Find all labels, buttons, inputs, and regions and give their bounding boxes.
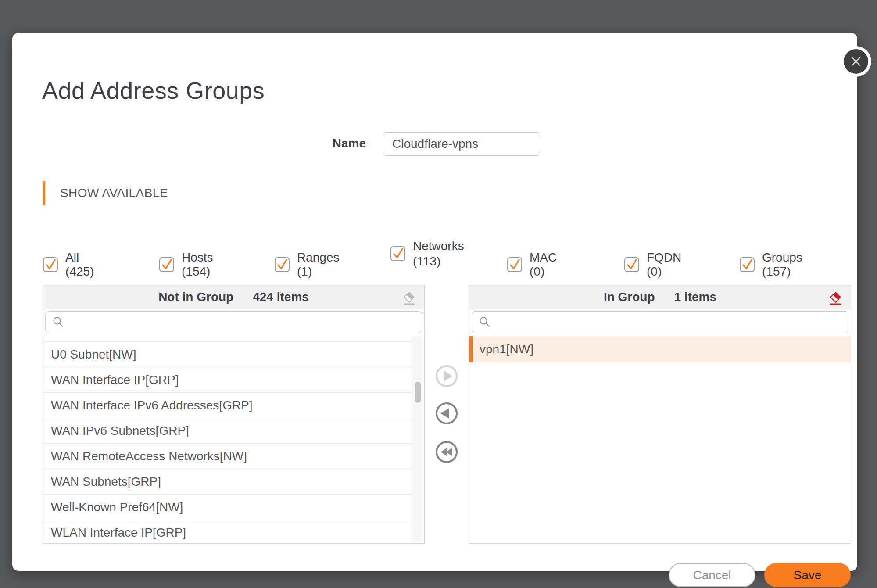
section-accent-bar <box>43 181 45 205</box>
close-button[interactable] <box>844 49 868 74</box>
in-group-list: vpn1[NW] <box>469 336 851 543</box>
scrollbar-track <box>412 336 424 543</box>
in-group-searchbar <box>472 311 848 333</box>
show-available-section: SHOW AVAILABLE <box>43 181 168 205</box>
panel-count: 1 items <box>674 290 717 304</box>
move-all-left-button[interactable] <box>435 441 458 463</box>
save-button[interactable]: Save <box>764 563 851 587</box>
checkbox-checked[interactable] <box>740 257 755 272</box>
not-in-group-list: U0 Subnet[NW] WAN Interface IP[GRP] WAN … <box>43 336 412 543</box>
clear-group-button[interactable] <box>828 290 844 305</box>
name-input[interactable] <box>383 132 540 156</box>
filter-label: Ranges (1) <box>297 251 340 279</box>
type-filter-checkbox-item: FQDN (0) <box>624 251 681 279</box>
type-filter-checkbox-item: All (425) <box>43 251 94 279</box>
type-filter-checkbox-item: MAC (0) <box>507 251 557 279</box>
type-filter-checkbox-item: Networks (113) <box>390 238 474 269</box>
page-title: Add Address Groups <box>42 77 265 104</box>
screen-overlay: Add Address Groups Name SHOW AVAILABLE A… <box>0 0 877 588</box>
search-icon <box>52 316 65 329</box>
filter-label: All (425) <box>65 251 94 279</box>
checkbox-checked[interactable] <box>507 257 522 272</box>
filter-label: Networks (113) <box>413 238 474 269</box>
move-right-button[interactable] <box>435 365 458 387</box>
close-icon <box>850 56 862 67</box>
move-left-button[interactable] <box>435 402 458 425</box>
list-item[interactable]: WAN Interface IP[GRP] <box>43 367 412 392</box>
filter-label: FQDN (0) <box>647 251 681 279</box>
section-label: SHOW AVAILABLE <box>60 186 168 205</box>
filter-label: Groups (157) <box>762 251 802 279</box>
list-item[interactable]: WAN Interface IPv6 Addresses[GRP] <box>43 392 412 418</box>
eraser-icon-red <box>828 290 844 305</box>
type-filter-checkbox-item: Ranges (1) <box>275 251 340 279</box>
checkbox-checked[interactable] <box>275 257 290 272</box>
not-in-group-search-input[interactable] <box>65 312 422 333</box>
list-item[interactable]: U0 Subnet[NW] <box>43 341 412 367</box>
selected-list-item[interactable]: vpn1[NW] <box>469 336 851 362</box>
arrow-left-icon <box>435 402 458 425</box>
in-group-header: In Group 1 items <box>469 285 851 309</box>
list-item[interactable]: Well-Known Pref64[NW] <box>43 494 412 520</box>
checkbox-checked[interactable] <box>624 257 639 272</box>
double-arrow-left-icon <box>435 441 458 463</box>
name-field-label: Name <box>297 136 366 151</box>
in-group-panel: In Group 1 items <box>469 285 851 544</box>
list-item[interactable]: WAN Subnets[GRP] <box>43 469 412 494</box>
filter-label: Hosts (154) <box>182 251 213 279</box>
list-item[interactable]: WAN IPv6 Subnets[GRP] <box>43 418 412 443</box>
type-filter-checkbox-item: Groups (157) <box>740 251 802 279</box>
clear-selection-button[interactable] <box>401 290 417 305</box>
panel-title: Not in Group <box>158 290 233 304</box>
list-item[interactable]: WAN RemoteAccess Networks[NW] <box>43 443 412 469</box>
type-filter-checkbox-item: Hosts (154) <box>159 251 213 279</box>
filter-label: MAC (0) <box>530 251 557 279</box>
arrow-right-icon <box>435 365 458 387</box>
not-in-group-header: Not in Group 424 items <box>43 285 424 309</box>
checkbox-checked[interactable] <box>390 246 405 261</box>
list-top-spacer <box>43 336 412 341</box>
not-in-group-panel: Not in Group 424 items <box>43 285 425 544</box>
add-address-groups-dialog: Add Address Groups Name SHOW AVAILABLE A… <box>12 33 857 571</box>
scrollbar-thumb[interactable] <box>415 382 421 403</box>
not-in-group-searchbar <box>45 311 422 333</box>
checkbox-checked[interactable] <box>43 257 58 272</box>
cancel-button[interactable]: Cancel <box>669 563 755 587</box>
eraser-icon <box>401 290 417 305</box>
in-group-search-input[interactable] <box>491 312 848 333</box>
search-icon <box>478 316 491 329</box>
panel-count: 424 items <box>253 290 309 304</box>
list-item[interactable]: WLAN Interface IP[GRP] <box>43 520 412 543</box>
checkbox-checked[interactable] <box>159 257 174 272</box>
panel-title: In Group <box>604 290 655 304</box>
